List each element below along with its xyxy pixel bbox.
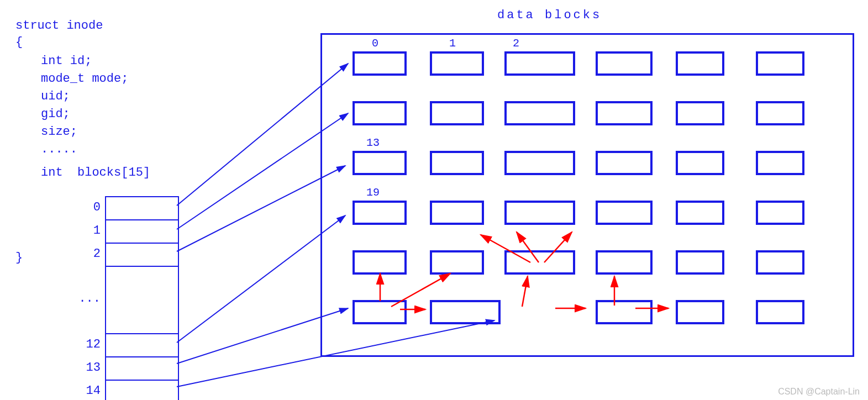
code-struct: struct inode xyxy=(15,19,103,33)
block-r4c3 xyxy=(504,201,575,225)
block-r5c3 xyxy=(504,250,575,275)
block-r5c2 xyxy=(430,250,484,275)
array-label-12: 12 xyxy=(76,338,101,351)
block-r2c6 xyxy=(756,101,804,125)
array-label-0: 0 xyxy=(76,201,101,214)
watermark: CSDN @Captain-Lin xyxy=(778,387,860,397)
block-r3c6 xyxy=(756,151,804,175)
block-r2c4 xyxy=(596,101,653,125)
array-label-14: 14 xyxy=(76,384,101,398)
block-r1c4 xyxy=(596,51,653,76)
data-blocks-container: 0 1 2 13 19 xyxy=(320,33,854,357)
array-row-13: 13 xyxy=(106,357,178,381)
array-row-2: 2 xyxy=(106,244,178,267)
block-r6c6 xyxy=(756,300,804,324)
block-r3c2 xyxy=(430,151,484,175)
array-label-dots: ... xyxy=(76,292,101,306)
block-r5c4 xyxy=(596,250,653,275)
block-r6c4 xyxy=(596,300,653,324)
block-label-0: 0 xyxy=(372,37,378,50)
code-id: int id; xyxy=(41,54,92,68)
block-r3c4 xyxy=(596,151,653,175)
block-label-2: 2 xyxy=(513,37,519,50)
code-uid: uid; xyxy=(41,90,70,103)
block-r2c1 xyxy=(353,101,407,125)
block-label-19: 19 xyxy=(366,186,380,199)
block-r1c3 xyxy=(504,51,575,76)
code-dots: ..... xyxy=(41,143,77,156)
array-row-0: 0 xyxy=(106,197,178,220)
array-label-1: 1 xyxy=(76,224,101,238)
array-label-13: 13 xyxy=(76,361,101,375)
blocks-array: 0 1 2 ... 12 13 14 xyxy=(105,196,179,400)
block-r4c6 xyxy=(756,201,804,225)
array-row-1: 1 xyxy=(106,220,178,244)
code-brace-open: { xyxy=(15,35,23,49)
block-r4c1 xyxy=(353,201,407,225)
block-r6c1 xyxy=(353,300,407,324)
block-label-1: 1 xyxy=(449,37,456,50)
block-label-13: 13 xyxy=(366,136,380,149)
array-label-2: 2 xyxy=(76,247,101,261)
code-gid: gid; xyxy=(41,107,70,121)
code-blocks: int blocks[15] xyxy=(41,166,150,180)
block-r4c2 xyxy=(430,201,484,225)
block-r4c4 xyxy=(596,201,653,225)
code-size: size; xyxy=(41,125,77,139)
block-r6c5 xyxy=(676,300,724,324)
array-row-14: 14 xyxy=(106,381,178,400)
array-row-12: 12 xyxy=(106,334,178,357)
code-brace-close: } xyxy=(15,251,23,265)
block-r5c6 xyxy=(756,250,804,275)
block-r2c5 xyxy=(676,101,724,125)
array-row-gap: ... xyxy=(106,267,178,334)
block-r2c3 xyxy=(504,101,575,125)
code-mode: mode_t mode; xyxy=(41,72,128,86)
block-r3c5 xyxy=(676,151,724,175)
block-r1c5 xyxy=(676,51,724,76)
block-r2c2 xyxy=(430,101,484,125)
block-r1c2 xyxy=(430,51,484,76)
block-r3c1 xyxy=(353,151,407,175)
data-blocks-title: data blocks xyxy=(497,8,602,22)
block-r5c1 xyxy=(353,250,407,275)
block-r5c5 xyxy=(676,250,724,275)
block-r1c6 xyxy=(756,51,804,76)
block-r3c3 xyxy=(504,151,575,175)
block-r1c1 xyxy=(353,51,407,76)
block-r6c2 xyxy=(430,300,501,324)
block-r4c5 xyxy=(676,201,724,225)
